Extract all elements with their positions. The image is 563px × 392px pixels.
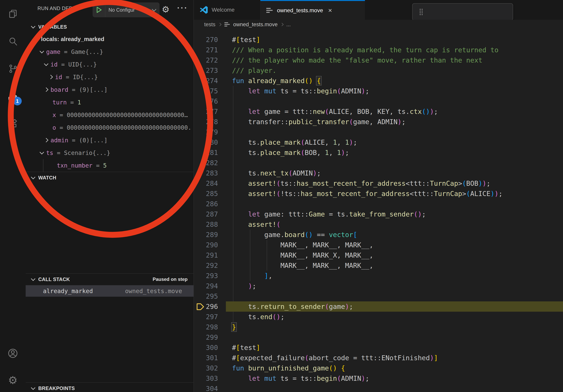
line-number[interactable]: 302	[194, 363, 218, 373]
line-number[interactable]: 301	[194, 353, 218, 363]
continue-button[interactable]	[429, 6, 440, 17]
line-number[interactable]: 299	[194, 332, 218, 342]
code-line-279[interactable]: 279	[194, 127, 563, 137]
code-line-296[interactable]: 296 ts.return_to_sender(game);	[194, 301, 563, 312]
settings-gear-icon[interactable]: ⚙	[0, 368, 26, 392]
line-number[interactable]: 294	[194, 281, 218, 291]
line-number[interactable]: 280	[194, 137, 218, 147]
variable-row-board[interactable]: board = (9)[...]	[26, 83, 193, 96]
variable-row-x[interactable]: x = 000000000000000000000000000000000…	[26, 109, 193, 121]
call-stack-frame[interactable]: already_marked owned_tests.move	[26, 285, 193, 297]
code-line-289[interactable]: 289 game.board() == vector[	[194, 230, 563, 240]
code-line-297[interactable]: 297 ts.end();	[194, 312, 563, 322]
code-line-301[interactable]: 301#[expected_failure(abort_code = ttt::…	[194, 353, 563, 363]
line-number[interactable]: 296	[194, 301, 218, 312]
code-line-300[interactable]: 300#[test]	[194, 342, 563, 353]
code-line-303[interactable]: 303 let mut ts = ts::begin(ADMIN);	[194, 373, 563, 383]
source-control-icon[interactable]	[0, 57, 26, 80]
line-number[interactable]: 284	[194, 178, 218, 188]
line-number[interactable]: 298	[194, 322, 218, 332]
code-line-290[interactable]: 290 MARK__, MARK__, MARK__,	[194, 240, 563, 250]
code-line-282[interactable]: 282	[194, 158, 563, 168]
variable-row-id[interactable]: id = UID{...}	[26, 58, 193, 71]
line-number[interactable]: 283	[194, 168, 218, 178]
stop-button[interactable]	[499, 6, 510, 17]
code-line-274[interactable]: 274fun already_marked() {	[194, 76, 563, 86]
breadcrumb-folder[interactable]: tests	[204, 22, 215, 28]
code-line-276[interactable]: 276	[194, 96, 563, 106]
code-line-292[interactable]: 292 MARK__, MARK__, MARK__,	[194, 260, 563, 271]
debug-gear-icon[interactable]: ⚙	[162, 4, 169, 14]
toolbar-drag-grip[interactable]	[416, 6, 427, 17]
breakpoints-section-header[interactable]: BREAKPOINTS	[26, 383, 193, 392]
variables-section-header[interactable]: VARIABLES	[26, 21, 193, 32]
restart-button[interactable]	[485, 6, 496, 17]
variable-row-txn_number[interactable]: txn_number = 5	[26, 159, 193, 172]
line-number[interactable]: 289	[194, 230, 218, 240]
code-line-298[interactable]: 298}	[194, 322, 563, 332]
code-line-275[interactable]: 275 let mut ts = ts::begin(ADMIN);	[194, 86, 563, 96]
line-number[interactable]: 292	[194, 260, 218, 271]
code-line-270[interactable]: 270#[test]	[194, 35, 563, 45]
line-number[interactable]: 286	[194, 199, 218, 209]
code-line-293[interactable]: 293 ],	[194, 271, 563, 281]
code-line-284[interactable]: 284 assert!(ts::has_most_recent_for_addr…	[194, 178, 563, 188]
line-number[interactable]: 282	[194, 158, 218, 168]
code-line-288[interactable]: 288 assert!(	[194, 219, 563, 230]
code-line-278[interactable]: 278 transfer::public_transfer(game, ADMI…	[194, 117, 563, 127]
code-line-295[interactable]: 295	[194, 291, 563, 301]
code-line-281[interactable]: 281 ts.place_mark(BOB, 1, 1);	[194, 147, 563, 158]
line-number[interactable]: 303	[194, 373, 218, 383]
debug-config-dropdown[interactable]: No Configur	[93, 2, 159, 17]
watch-section-header[interactable]: WATCH	[26, 172, 193, 183]
code-line-294[interactable]: 294 );	[194, 281, 563, 291]
line-number[interactable]: 288	[194, 219, 218, 230]
line-number[interactable]: 275	[194, 86, 218, 96]
line-number[interactable]: 293	[194, 271, 218, 281]
line-number[interactable]: 290	[194, 240, 218, 250]
extensions-icon[interactable]	[0, 112, 26, 136]
search-icon[interactable]	[0, 30, 26, 53]
line-number[interactable]: 276	[194, 96, 218, 106]
code-line-287[interactable]: 287 let game: ttt::Game = ts.take_from_s…	[194, 209, 563, 219]
line-number[interactable]: 271	[194, 45, 218, 55]
line-number[interactable]: 279	[194, 127, 218, 137]
line-number[interactable]: 272	[194, 55, 218, 65]
variables-scope-row[interactable]: locals: already_marked	[26, 33, 193, 45]
tab-welcome[interactable]: Welcome	[194, 0, 260, 20]
line-number[interactable]: 270	[194, 35, 218, 45]
call-stack-section-header[interactable]: CALL STACK Paused on step	[26, 274, 193, 285]
close-icon[interactable]: ×	[328, 7, 332, 14]
code-line-285[interactable]: 285 assert!(!ts::has_most_recent_for_add…	[194, 188, 563, 199]
variable-row-admin[interactable]: admin = (0)[...]	[26, 134, 193, 146]
line-number[interactable]: 297	[194, 312, 218, 322]
code-line-271[interactable]: 271/// When a position is already marked…	[194, 45, 563, 55]
breadcrumb-file[interactable]: owned_tests.move	[233, 22, 278, 28]
line-number[interactable]: 285	[194, 188, 218, 199]
code-line-291[interactable]: 291 MARK__, MARK_X, MARK__,	[194, 250, 563, 260]
code-line-299[interactable]: 299	[194, 332, 563, 342]
account-icon[interactable]	[0, 341, 26, 365]
code-line-272[interactable]: 272/// the player who made the "false" m…	[194, 55, 563, 65]
step-out-button[interactable]	[471, 6, 482, 17]
line-number[interactable]: 278	[194, 117, 218, 127]
line-number[interactable]: 291	[194, 250, 218, 260]
tab-owned-tests[interactable]: owned_tests.move ×	[260, 0, 365, 20]
explorer-icon[interactable]	[0, 2, 26, 26]
code-line-280[interactable]: 280 ts.place_mark(ALICE, 1, 1);	[194, 137, 563, 147]
variable-row-id[interactable]: id = ID{...}	[26, 71, 193, 83]
step-into-button[interactable]	[457, 6, 468, 17]
line-number[interactable]: 277	[194, 106, 218, 117]
code-line-283[interactable]: 283 ts.next_tx(ADMIN);	[194, 168, 563, 178]
run-and-debug-icon[interactable]	[0, 84, 26, 108]
code-line-286[interactable]: 286	[194, 199, 563, 209]
line-number[interactable]: 304	[194, 383, 218, 392]
breadcrumb-more[interactable]: ...	[286, 22, 291, 28]
variable-row-o[interactable]: o = 0000000000000000000000000000000000.	[26, 121, 193, 134]
step-over-button[interactable]	[443, 6, 454, 17]
line-number[interactable]: 287	[194, 209, 218, 219]
start-debug-icon[interactable]	[93, 3, 105, 17]
code-line-273[interactable]: 273/// player.	[194, 65, 563, 76]
line-number[interactable]: 295	[194, 291, 218, 301]
variable-row-turn[interactable]: turn = 1	[26, 96, 193, 109]
